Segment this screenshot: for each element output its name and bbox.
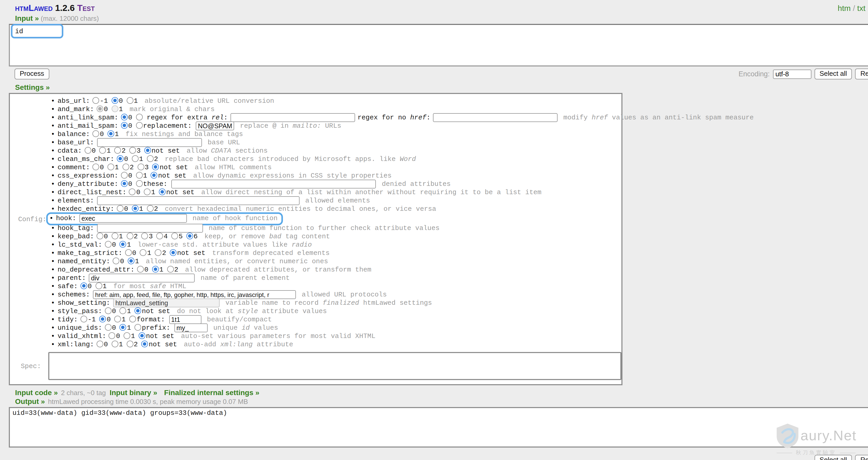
radio-xml_lang-1[interactable]: 1 [112,341,123,348]
input-binary-link[interactable]: Input binary » [110,388,157,397]
radio-cdata-1[interactable]: 1 [99,147,111,155]
radio-keep_bad-2[interactable]: 2 [126,233,138,240]
radio-css_expression-0[interactable]: 0 [121,172,132,180]
encoding-input[interactable] [773,69,811,79]
radio-tidy-1[interactable]: 1 [115,316,126,324]
htm-link[interactable]: htm [838,4,850,12]
radio-abs_url-1[interactable]: 1 [126,97,138,105]
radio-named_entity-0[interactable]: 0 [113,257,124,265]
radio-valid_xhtml-1[interactable]: 1 [124,332,135,340]
input-field-focused[interactable] [11,24,63,38]
output-select-all-button[interactable]: Select all [814,455,852,460]
radio-cdata-2[interactable]: 2 [115,147,126,155]
radio-css_expression-not_set[interactable]: not set [151,172,186,180]
radio-safe-0[interactable]: 0 [81,282,92,290]
radio-cdata-0[interactable]: 0 [84,147,96,155]
radio-make_tag_strict-0[interactable]: 0 [125,249,136,257]
radio-keep_bad-6[interactable]: 6 [186,233,198,240]
input-show_setting-0[interactable] [113,299,220,307]
radio-xml_lang-not_set[interactable]: not set [142,341,177,348]
radio-style_pass-not_set[interactable]: not set [135,307,170,315]
input-schemes-0[interactable] [93,290,296,299]
radio-and_mark-0[interactable]: 0 [97,105,108,113]
radio-direct_list_nest-0[interactable]: 0 [129,188,141,196]
radio-valid_xhtml-not_set[interactable]: not set [138,332,174,340]
radio-direct_list_nest-1[interactable]: 1 [144,188,155,196]
radio-make_tag_strict-not_set[interactable]: not set [170,249,205,257]
select-all-button[interactable]: Select all [814,68,852,80]
radio-tidy-0[interactable]: 0 [99,316,111,324]
input-hook-0[interactable] [80,214,187,223]
radio-no_deprecated_attr-1[interactable]: 1 [152,266,163,274]
radio-and_mark-1[interactable]: 1 [112,105,123,113]
spec-textarea[interactable] [48,352,621,380]
input-tidy-4[interactable] [169,315,201,324]
radio-valid_xhtml-0[interactable]: 0 [109,332,120,340]
radio-safe-1[interactable]: 1 [95,282,107,290]
radio-abs_url-0[interactable]: 0 [112,97,123,105]
radio-make_tag_strict-2[interactable]: 2 [155,249,166,257]
radio-lc_std_val-0[interactable]: 0 [104,241,116,249]
radio-anti_link_spam-blank[interactable] [136,114,143,122]
settings-link[interactable]: Settings » [15,83,50,91]
radio-keep_bad-4[interactable]: 4 [157,233,168,240]
radio-named_entity-1[interactable]: 1 [128,257,139,265]
input-base_url-0[interactable] [97,138,202,147]
output-render-button[interactable]: Render [855,455,868,460]
radio-cdata-3[interactable]: 3 [129,147,141,155]
radio-xml_lang-2[interactable]: 2 [126,341,138,348]
process-button[interactable]: Process [14,68,49,80]
output-textarea[interactable]: uid=33(www-data) gid=33(www-data) groups… [9,407,868,448]
input-parent-0[interactable] [89,274,195,282]
radio-hexdec_entity-1[interactable]: 1 [132,205,143,213]
radio-style_pass-1[interactable]: 1 [120,307,131,315]
radio-unique_ids-0[interactable]: 0 [104,324,116,332]
input-code-link[interactable]: Input code » [15,388,58,397]
radio-abs_url--1[interactable]: -1 [92,97,108,105]
radio-anti_link_spam-0[interactable]: 0 [121,114,132,122]
radio-keep_bad-5[interactable]: 5 [171,233,183,240]
radio-direct_list_nest-not_set[interactable]: not set [159,188,194,196]
radio-tidy--1[interactable]: -1 [81,316,96,324]
txt-link[interactable]: txt [857,4,865,12]
radio-deny_attribute-these_[interactable]: these: [136,180,167,188]
radio-comment-not_set[interactable]: not set [152,163,188,171]
input-anti_link_spam-3[interactable] [230,113,355,122]
radio-balance-0[interactable]: 0 [92,130,104,138]
radio-xml_lang-0[interactable]: 0 [97,341,108,348]
radio-comment-3[interactable]: 3 [137,163,149,171]
radio-balance-1[interactable]: 1 [107,130,119,138]
input-hook_tag-0[interactable] [97,224,203,233]
input-link[interactable]: Input » [15,14,39,22]
radio-clean_ms_char-2[interactable]: 2 [147,155,158,163]
input-anti_mail_spam-2[interactable] [196,122,235,130]
input-deny_attribute-2[interactable] [172,180,376,188]
radio-comment-2[interactable]: 2 [123,163,134,171]
render-button[interactable]: Render [855,68,868,80]
radio-anti_mail_spam-0[interactable]: 0 [121,122,132,130]
radio-cdata-not_set[interactable]: not set [144,147,180,155]
radio-no_deprecated_attr-0[interactable]: 0 [137,266,149,274]
radio-lc_std_val-1[interactable]: 1 [120,241,131,249]
radio-keep_bad-3[interactable]: 3 [142,233,153,240]
radio-clean_ms_char-0[interactable]: 0 [117,155,128,163]
radio-anti_mail_spam-replacement_[interactable]: replacement: [136,122,192,130]
radio-hexdec_entity-0[interactable]: 0 [117,205,128,213]
radio-no_deprecated_attr-2[interactable]: 2 [167,266,178,274]
radio-deny_attribute-0[interactable]: 0 [121,180,132,188]
radio-hexdec_entity-2[interactable]: 2 [147,205,158,213]
input-unique_ids-3[interactable] [175,324,208,332]
input-textarea[interactable] [9,24,868,66]
radio-css_expression-1[interactable]: 1 [136,172,147,180]
radio-unique_ids-prefix_[interactable]: prefix: [135,324,170,332]
radio-keep_bad-1[interactable]: 1 [112,233,123,240]
finalized-settings-link[interactable]: Finalized internal settings » [164,388,259,397]
radio-tidy-format_[interactable]: format: [129,316,165,324]
output-link[interactable]: Output » [15,397,45,405]
radio-unique_ids-1[interactable]: 1 [120,324,131,332]
radio-make_tag_strict-1[interactable]: 1 [140,249,151,257]
input-anti_link_spam-5[interactable] [433,113,558,122]
radio-keep_bad-0[interactable]: 0 [97,233,108,240]
radio-style_pass-0[interactable]: 0 [104,307,116,315]
input-elements-0[interactable] [97,196,300,205]
